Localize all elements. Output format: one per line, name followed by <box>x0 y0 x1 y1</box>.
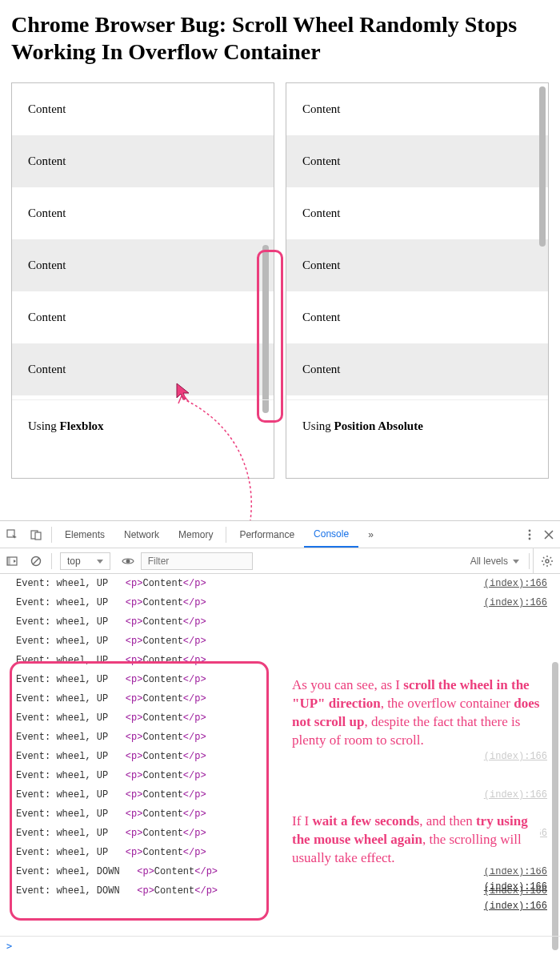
svg-point-5 <box>529 537 531 540</box>
panels-container: Content Content Content Content Content … <box>11 82 549 479</box>
flexbox-scroll-area[interactable]: Content Content Content Content Content … <box>12 83 274 399</box>
scrollbar-thumb[interactable] <box>552 662 558 950</box>
list-item: Content <box>12 83 274 135</box>
flexbox-panel-footer: Using Flexblox <box>12 399 274 478</box>
list-item: Content <box>286 83 548 135</box>
tab-network[interactable]: Network <box>114 521 169 548</box>
source-link[interactable]: (index):166 <box>484 578 560 589</box>
console-log-row: Event: wheel, DOWN <p>Content</p>(index)… <box>0 881 560 901</box>
absolute-scroll-area[interactable]: Content Content Content Content Content … <box>286 83 548 399</box>
svg-rect-7 <box>7 557 10 565</box>
source-link[interactable]: (index):166 <box>484 901 547 912</box>
source-link[interactable]: (index):166 <box>484 751 560 762</box>
console-prompt[interactable]: > <box>0 936 560 955</box>
console-log-row: Event: wheel, UP <p>Content</p>(index):1… <box>0 785 560 805</box>
annotation-text-1: As you can see, as I scroll the wheel in… <box>292 676 540 750</box>
devtools-panel: Elements Network Memory Performance Cons… <box>0 520 560 955</box>
source-link[interactable]: (index):166 <box>484 597 560 608</box>
svg-point-10 <box>546 560 549 563</box>
list-item: Content <box>12 135 274 187</box>
svg-point-4 <box>529 533 531 536</box>
page-title: Chrome Browser Bug: Scroll Wheel Randoml… <box>11 11 549 65</box>
console-log-row: Event: wheel, UP <p>Content</p>(index):1… <box>0 574 560 593</box>
tab-elements[interactable]: Elements <box>55 521 114 548</box>
context-selector[interactable]: top <box>60 552 110 570</box>
device-toggle-icon[interactable] <box>24 529 48 540</box>
list-item: Content <box>286 343 548 395</box>
list-item: Content <box>286 239 548 291</box>
list-item: Content <box>286 187 548 239</box>
console-log-row: Event: wheel, UP <p>Content</p> <box>0 612 560 632</box>
source-link[interactable]: (index):166 <box>484 866 560 877</box>
devtools-tabs: Elements Network Memory Performance Cons… <box>0 521 560 548</box>
list-item: Content <box>12 239 274 291</box>
settings-icon[interactable] <box>533 548 560 573</box>
log-levels-selector[interactable]: All levels <box>470 556 519 567</box>
console-log-row: Event: wheel, UP <p>Content</p>(index):1… <box>0 593 560 612</box>
absolute-panel-footer: Using Position Absolute <box>286 399 548 478</box>
filter-input[interactable] <box>141 552 253 570</box>
source-link[interactable]: (index):166 <box>484 881 547 893</box>
svg-point-3 <box>529 529 531 532</box>
footer-label-prefix: Using <box>28 419 60 432</box>
inspect-element-icon[interactable] <box>0 529 24 540</box>
console-log-row: Event: wheel, UP <p>Content</p> <box>0 632 560 651</box>
list-item: Content <box>12 343 274 395</box>
svg-rect-2 <box>35 532 41 540</box>
svg-point-9 <box>126 559 130 563</box>
context-label: top <box>67 556 81 567</box>
close-devtools-icon[interactable] <box>538 530 560 540</box>
footer-label-strong: Position Absolute <box>334 419 423 432</box>
console-log-row: Event: wheel, UP <p>Content</p> <box>0 766 560 785</box>
annotation-text-2: If I wait a few seconds, and then try us… <box>292 813 540 868</box>
scrollbar-thumb[interactable] <box>262 245 269 413</box>
footer-label-prefix: Using <box>302 419 334 432</box>
tab-memory[interactable]: Memory <box>169 521 222 548</box>
tab-console[interactable]: Console <box>304 521 358 548</box>
scrollbar-thumb[interactable] <box>539 86 546 247</box>
kebab-menu-icon[interactable] <box>522 529 538 540</box>
list-item: Content <box>12 291 274 343</box>
footer-label-strong: Flexblox <box>60 419 104 432</box>
tab-performance[interactable]: Performance <box>230 521 304 548</box>
tab-more[interactable]: » <box>358 521 383 548</box>
absolute-panel: Content Content Content Content Content … <box>286 82 549 479</box>
list-item: Content <box>286 291 548 343</box>
console-log-row: Event: wheel, UP <p>Content</p> <box>0 651 560 670</box>
live-expression-icon[interactable] <box>115 557 141 565</box>
sidebar-toggle-icon[interactable] <box>0 556 24 566</box>
source-link[interactable]: (index):166 <box>484 789 560 801</box>
console-filter-bar: top All levels <box>0 548 560 574</box>
console-log-area[interactable]: Event: wheel, UP <p>Content</p>(index):1… <box>0 574 560 955</box>
flexbox-panel: Content Content Content Content Content … <box>11 82 274 479</box>
list-item: Content <box>286 135 548 187</box>
clear-console-icon[interactable] <box>24 556 48 567</box>
list-item: Content <box>12 187 274 239</box>
